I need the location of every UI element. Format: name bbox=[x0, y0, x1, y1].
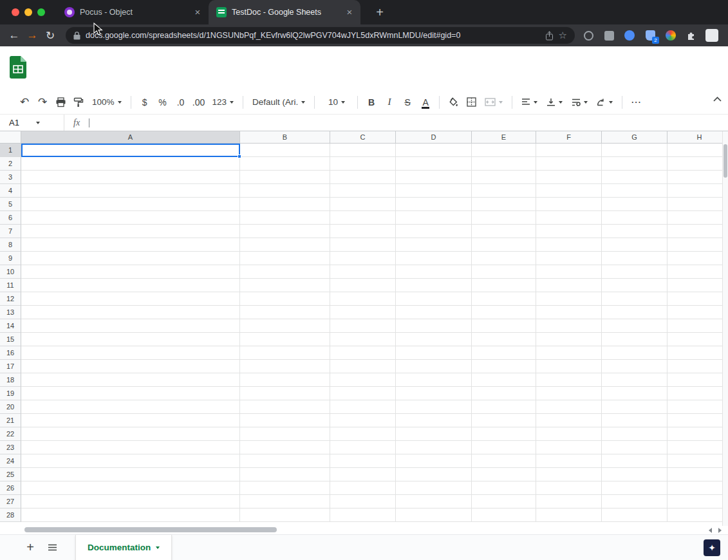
cell-F17[interactable] bbox=[536, 360, 602, 373]
cell-G20[interactable] bbox=[602, 400, 667, 414]
cell-C23[interactable] bbox=[330, 441, 396, 454]
cell-C24[interactable] bbox=[330, 454, 396, 468]
cell-B12[interactable] bbox=[240, 292, 330, 306]
row-header-11[interactable]: 11 bbox=[0, 279, 21, 292]
row-header-16[interactable]: 16 bbox=[0, 346, 21, 360]
italic-button[interactable]: I bbox=[380, 93, 398, 111]
cell-A25[interactable] bbox=[21, 468, 240, 481]
cell-G27[interactable] bbox=[602, 495, 667, 509]
cell-C9[interactable] bbox=[330, 252, 396, 265]
cell-C18[interactable] bbox=[330, 373, 396, 387]
add-sheet-button[interactable]: + bbox=[21, 539, 39, 557]
scroll-left-icon[interactable] bbox=[709, 528, 712, 533]
cell-A11[interactable] bbox=[21, 279, 240, 292]
cell-D7[interactable] bbox=[396, 225, 472, 238]
cell-E15[interactable] bbox=[472, 333, 536, 346]
cell-G13[interactable] bbox=[602, 306, 667, 319]
cell-C21[interactable] bbox=[330, 414, 396, 427]
row-header-5[interactable]: 5 bbox=[0, 198, 21, 211]
cell-F24[interactable] bbox=[536, 454, 602, 468]
column-header-E[interactable]: E bbox=[472, 131, 536, 144]
cell-A14[interactable] bbox=[21, 319, 240, 333]
cell-C20[interactable] bbox=[330, 400, 396, 414]
row-header-9[interactable]: 9 bbox=[0, 252, 21, 265]
cell-D4[interactable] bbox=[396, 184, 472, 198]
cell-D12[interactable] bbox=[396, 292, 472, 306]
cell-H10[interactable] bbox=[667, 265, 728, 279]
cell-F11[interactable] bbox=[536, 279, 602, 292]
cell-F27[interactable] bbox=[536, 495, 602, 509]
cell-G24[interactable] bbox=[602, 454, 667, 468]
cell-A7[interactable] bbox=[21, 225, 240, 238]
cell-H26[interactable] bbox=[667, 481, 728, 495]
cell-H21[interactable] bbox=[667, 414, 728, 427]
cell-F15[interactable] bbox=[536, 333, 602, 346]
cell-G11[interactable] bbox=[602, 279, 667, 292]
cell-D20[interactable] bbox=[396, 400, 472, 414]
cell-D15[interactable] bbox=[396, 333, 472, 346]
row-header-6[interactable]: 6 bbox=[0, 211, 21, 225]
cell-D11[interactable] bbox=[396, 279, 472, 292]
format-currency-button[interactable]: $ bbox=[136, 93, 154, 111]
cell-C3[interactable] bbox=[330, 171, 396, 184]
reload-icon[interactable]: ↻ bbox=[41, 26, 59, 44]
cell-H28[interactable] bbox=[667, 509, 728, 522]
extension-icon-colorful[interactable] bbox=[664, 28, 678, 42]
cell-E14[interactable] bbox=[472, 319, 536, 333]
cell-H18[interactable] bbox=[667, 373, 728, 387]
cell-D10[interactable] bbox=[396, 265, 472, 279]
cell-F23[interactable] bbox=[536, 441, 602, 454]
cell-F5[interactable] bbox=[536, 198, 602, 211]
cell-H3[interactable] bbox=[667, 171, 728, 184]
cell-G19[interactable] bbox=[602, 387, 667, 400]
increase-decimal-button[interactable]: .00 bbox=[190, 93, 208, 111]
cell-H19[interactable] bbox=[667, 387, 728, 400]
cell-A24[interactable] bbox=[21, 454, 240, 468]
profile-avatar[interactable] bbox=[705, 28, 719, 42]
browser-tab-pocus[interactable]: Pocus - Object × bbox=[57, 0, 209, 24]
cell-H23[interactable] bbox=[667, 441, 728, 454]
cell-D13[interactable] bbox=[396, 306, 472, 319]
cell-E12[interactable] bbox=[472, 292, 536, 306]
cell-C15[interactable] bbox=[330, 333, 396, 346]
cell-F9[interactable] bbox=[536, 252, 602, 265]
cell-B3[interactable] bbox=[240, 171, 330, 184]
cell-D23[interactable] bbox=[396, 441, 472, 454]
extension-icon-ring[interactable] bbox=[581, 28, 595, 42]
cell-D6[interactable] bbox=[396, 211, 472, 225]
row-header-15[interactable]: 15 bbox=[0, 333, 21, 346]
cell-E28[interactable] bbox=[472, 509, 536, 522]
cell-A19[interactable] bbox=[21, 387, 240, 400]
row-header-17[interactable]: 17 bbox=[0, 360, 21, 373]
cell-C25[interactable] bbox=[330, 468, 396, 481]
cell-D3[interactable] bbox=[396, 171, 472, 184]
row-header-28[interactable]: 28 bbox=[0, 509, 21, 522]
cell-C28[interactable] bbox=[330, 509, 396, 522]
cell-E8[interactable] bbox=[472, 238, 536, 252]
cell-E4[interactable] bbox=[472, 184, 536, 198]
cell-A5[interactable] bbox=[21, 198, 240, 211]
all-sheets-icon[interactable] bbox=[43, 539, 61, 557]
cell-H5[interactable] bbox=[667, 198, 728, 211]
cell-B24[interactable] bbox=[240, 454, 330, 468]
cell-E10[interactable] bbox=[472, 265, 536, 279]
row-header-19[interactable]: 19 bbox=[0, 387, 21, 400]
row-header-27[interactable]: 27 bbox=[0, 495, 21, 509]
text-color-button[interactable]: A bbox=[416, 93, 434, 111]
row-header-14[interactable]: 14 bbox=[0, 319, 21, 333]
cell-G26[interactable] bbox=[602, 481, 667, 495]
cell-D17[interactable] bbox=[396, 360, 472, 373]
cell-H12[interactable] bbox=[667, 292, 728, 306]
cell-G28[interactable] bbox=[602, 509, 667, 522]
vertical-scrollbar-thumb[interactable] bbox=[723, 144, 727, 178]
cell-E22[interactable] bbox=[472, 427, 536, 441]
font-select[interactable]: Default (Ari... bbox=[248, 93, 310, 111]
cell-E11[interactable] bbox=[472, 279, 536, 292]
cell-A12[interactable] bbox=[21, 292, 240, 306]
cell-A26[interactable] bbox=[21, 481, 240, 495]
cell-B25[interactable] bbox=[240, 468, 330, 481]
cell-F26[interactable] bbox=[536, 481, 602, 495]
cell-D1[interactable] bbox=[396, 144, 472, 157]
cell-E3[interactable] bbox=[472, 171, 536, 184]
cell-D16[interactable] bbox=[396, 346, 472, 360]
